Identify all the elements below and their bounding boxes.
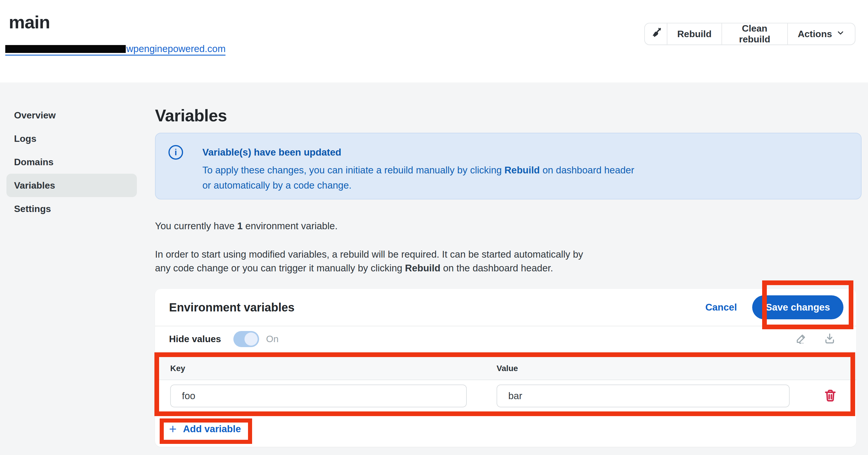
note-rebuild-keyword: Rebuild — [405, 263, 440, 273]
environment-variables-card: Environment variables Cancel Save change… — [155, 289, 856, 447]
cancel-button[interactable]: Cancel — [705, 302, 737, 313]
column-header-value: Value — [497, 364, 518, 373]
add-variable-label: Add variable — [183, 423, 241, 434]
download-icon — [823, 332, 836, 346]
edit-variables-button[interactable] — [795, 332, 807, 346]
clean-rebuild-button[interactable]: Clean rebuild — [722, 23, 787, 44]
sidebar-item-domains[interactable]: Domains — [6, 150, 137, 174]
alert-line-2: or automatically by a code change. — [203, 180, 634, 191]
alert-title: Variable(s) have been updated — [203, 147, 634, 158]
toggle-knob — [245, 332, 258, 346]
pencil-icon — [795, 332, 807, 346]
card-header: Environment variables Cancel Save change… — [155, 289, 856, 326]
variable-row — [155, 380, 856, 411]
trash-icon — [823, 399, 838, 404]
broom-icon — [650, 27, 662, 41]
plus-icon: + — [169, 423, 177, 435]
environment-toolbar: Rebuild Clean rebuild Actions — [644, 23, 856, 45]
site-url-link[interactable]: wpenginepowered.com — [5, 44, 225, 56]
table-header-row: Key Value — [155, 352, 856, 380]
variable-count: 1 — [237, 220, 243, 231]
save-changes-button[interactable]: Save changes — [752, 295, 843, 319]
hide-values-label: Hide values — [169, 334, 221, 344]
actions-menu-label: Actions — [798, 29, 832, 39]
card-actions: Cancel Save changes — [705, 295, 843, 319]
redaction-bar — [5, 45, 126, 53]
add-variable-button[interactable]: + Add variable — [169, 423, 241, 435]
hide-values-toggle[interactable] — [234, 331, 259, 347]
alert-body: Variable(s) have been updated To apply t… — [203, 133, 634, 199]
card-title: Environment variables — [169, 301, 294, 314]
delete-variable-button[interactable] — [823, 388, 838, 404]
chevron-down-icon — [836, 28, 845, 39]
download-variables-button[interactable] — [823, 332, 836, 346]
rebuild-note-text: In order to start using modified variabl… — [155, 247, 862, 275]
page-title: Variables — [155, 106, 862, 125]
content-area: Overview Logs Domains Variables Settings… — [0, 83, 868, 455]
alert-rebuild-keyword: Rebuild — [504, 164, 540, 176]
sidebar-item-settings[interactable]: Settings — [6, 197, 137, 220]
sidebar-item-overview[interactable]: Overview — [6, 103, 137, 127]
toggle-state-label: On — [266, 334, 279, 344]
environment-sidebar: Overview Logs Domains Variables Settings — [6, 103, 137, 220]
site-url-text: wpenginepowered.com — [126, 44, 225, 54]
info-alert: i Variable(s) have been updated To apply… — [155, 133, 862, 200]
sidebar-item-logs[interactable]: Logs — [6, 127, 137, 150]
variables-page: Variables i Variable(s) have been update… — [155, 83, 862, 447]
environment-name: main — [9, 12, 50, 32]
variable-key-input[interactable] — [170, 385, 467, 407]
add-variable-row: + Add variable — [155, 411, 856, 447]
variable-value-input[interactable] — [497, 385, 789, 407]
alert-line-1: To apply these changes, you can initiate… — [203, 164, 634, 176]
sidebar-item-variables[interactable]: Variables — [6, 174, 137, 197]
clean-cache-button[interactable] — [645, 23, 667, 44]
column-header-key: Key — [170, 364, 185, 373]
variable-count-text: You currently have 1 environment variabl… — [155, 220, 862, 232]
page-header: main wpenginepowered.com Rebuild Clean r… — [0, 0, 868, 83]
table-tools — [795, 332, 836, 346]
info-icon: i — [168, 145, 183, 160]
rebuild-button[interactable]: Rebuild — [668, 23, 721, 44]
variables-table: Key Value — [155, 352, 856, 411]
actions-menu-button[interactable]: Actions — [788, 23, 855, 44]
app-screen: main wpenginepowered.com Rebuild Clean r… — [0, 0, 868, 455]
hide-values-row: Hide values On — [155, 326, 856, 352]
